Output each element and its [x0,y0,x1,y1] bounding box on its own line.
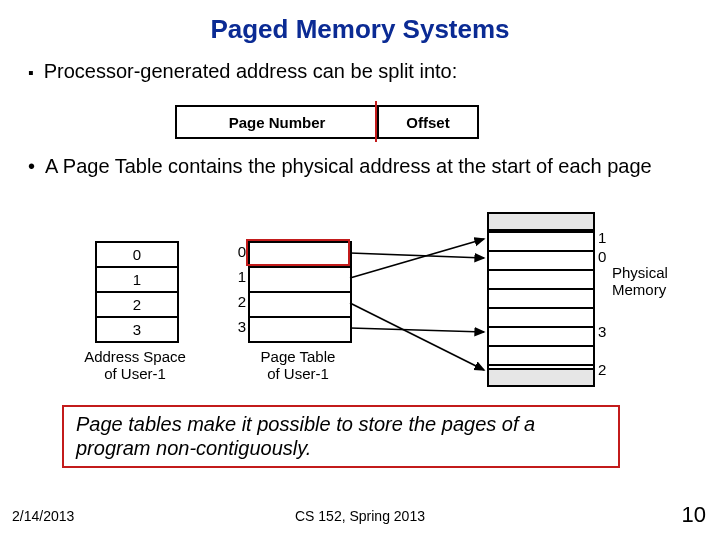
slide-number: 10 [682,502,706,528]
bullet-address-split: Processor-generated address can be split… [28,60,457,83]
physical-memory-page: 2 [598,361,606,378]
physical-memory-page: 3 [598,323,606,340]
page-table-label: Page Table of User-1 [243,348,353,383]
address-offset-cell: Offset [379,107,477,137]
bullet-page-table: A Page Table contains the physical addre… [28,155,692,178]
address-page-number-cell: Page Number [177,107,379,137]
address-format-box: Page Number Offset [175,105,479,139]
page-table-index: 3 [232,318,246,335]
physical-memory-label: Physical Memory [612,265,668,298]
page-table-index: 1 [232,268,246,285]
physical-memory-block [487,212,595,387]
address-space-row: 0 [97,243,177,268]
slide-title: Paged Memory Systems [0,14,720,45]
page-table-row [250,318,350,341]
key-point-callout: Page tables make it possible to store th… [62,405,620,468]
address-space-row: 2 [97,293,177,318]
address-space-label: Address Space of User-1 [75,348,195,383]
address-space-block: 0 1 2 3 [95,241,179,343]
page-table-row [250,293,350,318]
page-table-row [250,268,350,293]
page-table-highlight [246,239,350,266]
address-divider-highlight [375,101,377,142]
address-space-row: 3 [97,318,177,341]
page-table-index: 2 [232,293,246,310]
svg-line-2 [350,303,484,370]
svg-line-3 [350,328,484,332]
svg-line-0 [350,253,484,258]
physical-memory-page: 0 [598,248,606,265]
svg-line-1 [350,239,484,278]
page-table-index: 0 [232,243,246,260]
physical-memory-edge [489,368,593,387]
physical-memory-edge [489,212,593,231]
physical-memory-page: 1 [598,229,606,246]
address-space-row: 1 [97,268,177,293]
footer-course: CS 152, Spring 2013 [0,508,720,524]
